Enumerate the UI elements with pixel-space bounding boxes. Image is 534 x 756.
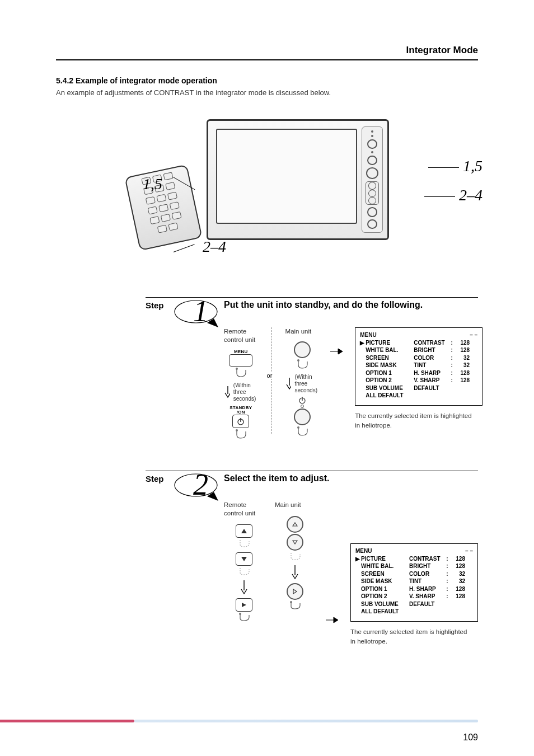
power-icon [237, 417, 245, 425]
menu-caption: The currently selected item is highlight… [350, 627, 468, 647]
callout-text: 1,5 [143, 175, 162, 192]
or-label: or [266, 372, 274, 379]
press-hand-icon [233, 368, 248, 379]
page-number: 109 [463, 732, 478, 743]
menu-caption: The currently selected item is highlight… [355, 411, 472, 431]
down-arrow-icon [240, 580, 248, 595]
footer-bar [0, 720, 478, 722]
main-unit-col: Main unit (Within three seconds) [285, 327, 320, 438]
step-1: Step 1 Put the unit into standby, and do… [56, 293, 478, 461]
press-hand-icon [295, 359, 310, 370]
step-title: Put the unit into standby, and do the fo… [224, 299, 481, 311]
remote-menu-button-icon [229, 354, 252, 367]
remote-col: Remote control unit [224, 501, 264, 623]
osd-menu-box: MENU– –▶PICTURECONTRAST:128 WHITE BAL.BR… [355, 327, 483, 406]
menu-button-label: MENU [234, 350, 248, 354]
step-number: 1 [193, 294, 208, 328]
led-icon [300, 404, 305, 408]
step-label: Step [146, 300, 164, 310]
remote-col: Remote control unit MENU (Within three s… [224, 327, 258, 440]
down-arrow-icon [285, 378, 292, 390]
within-text: (Within three seconds) [294, 374, 319, 394]
svg-point-4 [236, 429, 238, 431]
callout-tv-2-4: 2–4 [424, 186, 483, 204]
remote-label: Remote control unit [224, 327, 255, 344]
remote-standby-button-icon [232, 415, 249, 428]
svg-point-1 [236, 368, 238, 370]
callout-text: 1,5 [463, 157, 483, 175]
panel-button-icon [294, 341, 311, 358]
running-header: Integrator Mode [56, 45, 478, 56]
down-arrow-icon [291, 565, 299, 580]
power-icon [298, 396, 306, 404]
callout-remote-1-5: 1,5 [143, 175, 191, 193]
intro-text: An example of adjustments of CONTRAST in… [56, 88, 478, 97]
main-unit-label: Main unit [285, 327, 312, 336]
press-hand-icon [233, 429, 248, 440]
tv-illustration [207, 119, 414, 253]
hero-illustration: 1,5 2–4 1,5 [56, 108, 478, 276]
step-2: Step 2 Select the item to adjust. Remote… [56, 466, 478, 656]
right-arrow-icon [326, 616, 339, 624]
panel-up-button-icon [287, 516, 303, 533]
remote-right-button-icon [236, 598, 252, 612]
panel-button-icon [294, 408, 311, 425]
panel-down-button-icon [287, 534, 303, 551]
step-number: 2 [193, 467, 208, 502]
main-unit-col: Main unit [275, 501, 315, 611]
within-text: (Within three seconds) [233, 382, 258, 402]
main-unit-label: Main unit [275, 501, 301, 509]
svg-point-11 [239, 613, 241, 615]
svg-point-9 [297, 426, 299, 429]
svg-point-8 [301, 405, 303, 407]
section-heading: 5.4.2 Example of integrator mode operati… [56, 76, 478, 85]
document-page: Integrator Mode 5.4.2 Example of integra… [0, 0, 534, 756]
remote-up-button-icon [236, 524, 252, 538]
step-title: Select the item to adjust. [224, 473, 481, 485]
press-hand-icon [237, 613, 251, 623]
right-arrow-icon [330, 348, 344, 355]
press-hand-icon [237, 539, 251, 549]
press-hand-icon [295, 426, 310, 438]
panel-right-button-icon [287, 583, 303, 600]
remote-down-button-icon [236, 552, 252, 566]
header-rule [56, 59, 478, 60]
svg-point-5 [297, 359, 299, 361]
callout-tv-1-5: 1,5 [428, 157, 483, 175]
osd-menu-box: MENU– –▶PICTURECONTRAST:128 WHITE BAL.BR… [350, 543, 478, 622]
step-label: Step [146, 474, 164, 483]
svg-point-12 [290, 601, 292, 603]
press-hand-icon [237, 567, 251, 577]
standby-label: STANDBY /ON [229, 406, 252, 415]
press-hand-icon [288, 552, 302, 562]
callout-text: 2–4 [459, 186, 483, 204]
remote-label: Remote control unit [224, 501, 255, 518]
down-arrow-icon [224, 386, 230, 398]
press-hand-icon [288, 601, 302, 611]
